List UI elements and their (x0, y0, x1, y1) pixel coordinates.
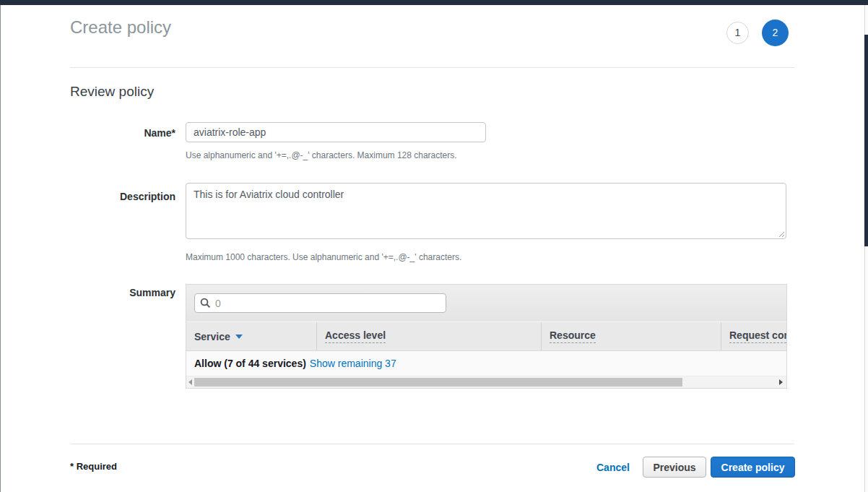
browser-top-bar (0, 0, 868, 5)
service-column-label: Service (194, 331, 230, 342)
footer-divider (70, 444, 794, 444)
summary-label: Summary (70, 287, 175, 298)
column-header-request-conditions[interactable]: Request conditions (721, 322, 787, 350)
create-policy-button[interactable]: Create policy (711, 457, 795, 478)
description-help-text: Maximum 1000 characters. Use alphanumeri… (186, 252, 461, 262)
page-title: Create policy (70, 17, 171, 38)
summary-search-box[interactable] (194, 293, 446, 313)
policy-name-input[interactable] (186, 122, 486, 142)
step-indicator-1: 1 (726, 22, 749, 44)
horizontal-scrollbar[interactable] (186, 376, 786, 388)
column-header-resource[interactable]: Resource (541, 322, 721, 350)
review-policy-heading: Review policy (70, 84, 154, 100)
header-divider (70, 67, 794, 68)
description-field-wrap: This is for Aviatrix cloud controller (186, 183, 786, 239)
vertical-scrollbar[interactable] (864, 5, 868, 492)
resource-column-label: Resource (550, 329, 596, 343)
column-header-service[interactable]: Service (186, 322, 316, 350)
summary-table-header: Service Access level Resource Request co… (186, 322, 787, 351)
horizontal-scrollbar-thumb[interactable] (194, 378, 682, 387)
show-remaining-link[interactable]: Show remaining 37 (310, 358, 396, 369)
search-icon (200, 298, 211, 308)
name-label: Name* (70, 127, 175, 139)
vertical-scrollbar-thumb[interactable] (864, 35, 868, 246)
chevron-down-icon (235, 335, 243, 339)
summary-table: Service Access level Resource Request co… (186, 284, 787, 389)
previous-button[interactable]: Previous (643, 457, 706, 478)
access-level-column-label: Access level (325, 329, 386, 343)
scroll-left-icon[interactable] (188, 379, 192, 385)
scroll-right-icon[interactable] (779, 379, 783, 385)
required-note: * Required (70, 461, 117, 472)
resize-handle-icon[interactable] (778, 230, 785, 238)
policy-description-textarea[interactable]: This is for Aviatrix cloud controller (186, 183, 786, 239)
create-policy-page: Create policy 1 2 Review policy Name* Us… (0, 0, 868, 492)
description-label: Description (70, 191, 175, 202)
allow-services-text: Allow (7 of 44 services) (194, 358, 306, 369)
summary-search-input[interactable] (215, 298, 440, 309)
column-header-access-level[interactable]: Access level (316, 322, 541, 350)
step-indicator-2-active: 2 (762, 20, 789, 46)
summary-filter-bar (186, 285, 786, 322)
request-conditions-column-label: Request conditions (729, 329, 787, 343)
name-help-text: Use alphanumeric and '+=,.@-_' character… (186, 150, 457, 160)
cancel-button[interactable]: Cancel (596, 462, 630, 473)
window-left-edge (0, 0, 1, 492)
table-row-allow-services: Allow (7 of 44 services) Show remaining … (186, 351, 786, 376)
